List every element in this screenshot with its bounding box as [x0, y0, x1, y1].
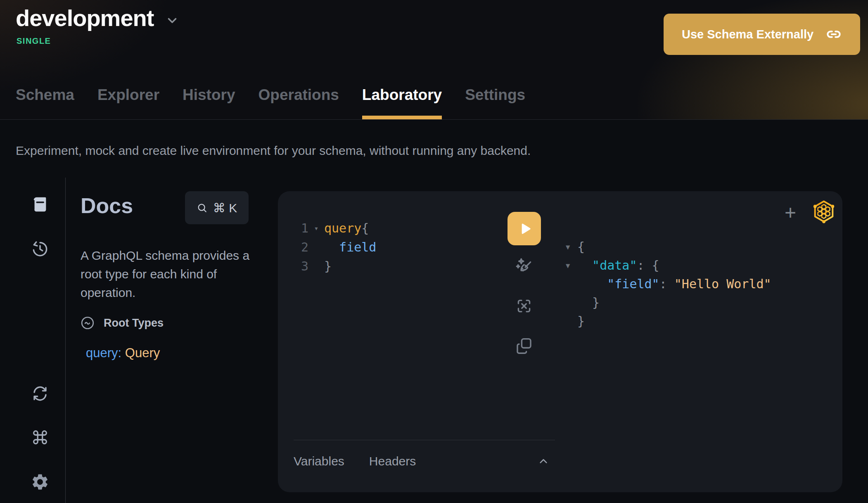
execute-query-button[interactable] [508, 212, 541, 245]
fold-toggle-icon[interactable]: ▼ [566, 261, 577, 270]
copy-icon [514, 336, 534, 356]
docs-icon [31, 195, 50, 214]
tab-variables[interactable]: Variables [294, 454, 344, 468]
page-header: development SINGLE Use Schema Externally… [0, 0, 868, 120]
fold-toggle-icon[interactable]: ▾ [308, 224, 324, 233]
play-icon [517, 221, 534, 237]
tab-bar: Schema Explorer History Operations Labor… [16, 86, 525, 119]
history-panel-button[interactable] [31, 240, 50, 259]
tab-operations[interactable]: Operations [259, 86, 339, 119]
copy-query-button[interactable] [514, 336, 534, 356]
line-number: 1 [299, 221, 308, 235]
chevron-down-icon[interactable] [165, 13, 179, 27]
query-editor[interactable]: 1 ▾ query{ 2 field 3 } [299, 218, 376, 275]
response-field-value: "Hello World" [674, 277, 771, 291]
response-line-3: "field": "Hello World" [566, 275, 771, 293]
root-types-heading: Root Types [104, 317, 164, 330]
merge-fragments-button[interactable] [514, 296, 534, 316]
laboratory-page: development SINGLE Use Schema Externally… [0, 0, 868, 503]
docs-panel-title: Docs [81, 193, 133, 218]
root-type-query-entry[interactable]: query: Query [86, 346, 160, 361]
editor-footer-divider [294, 440, 555, 440]
query-keyword: query [324, 221, 361, 235]
response-field-key: "field" [607, 277, 659, 291]
tab-headers[interactable]: Headers [369, 454, 416, 468]
tab-schema[interactable]: Schema [16, 86, 74, 119]
root-type-separator: : [118, 346, 125, 360]
keyboard-shortcuts-button[interactable] [31, 428, 50, 447]
sidebar-divider [65, 178, 66, 503]
new-tab-button[interactable]: + [780, 202, 801, 223]
line-number: 3 [299, 259, 308, 273]
reconnect-icon [31, 384, 50, 403]
fold-toggle-icon[interactable]: ▼ [566, 243, 577, 251]
graphiql-editor-card: 1 ▾ query{ 2 field 3 } [278, 191, 842, 492]
search-shortcut-label: ⌘ K [213, 201, 237, 215]
prettify-icon [514, 256, 534, 276]
page-subtitle: Experiment, mock and create live environ… [16, 144, 531, 158]
hive-logo-icon[interactable] [811, 199, 837, 224]
query-line-3: 3 } [299, 256, 376, 275]
search-icon [197, 202, 208, 214]
query-field: field [324, 240, 376, 254]
docs-description: A GraphQL schema provides a root type fo… [81, 246, 258, 302]
circle-tilde-icon [80, 315, 95, 331]
docs-search-button[interactable]: ⌘ K [185, 191, 249, 224]
prettify-button[interactable] [514, 256, 534, 276]
root-types-section[interactable]: Root Types [80, 315, 164, 331]
line-number: 2 [299, 240, 308, 254]
target-selector[interactable]: development [16, 7, 179, 30]
use-schema-externally-button[interactable]: Use Schema Externally [664, 14, 860, 55]
collapse-panel-button[interactable] [535, 453, 552, 470]
query-line-2: 2 field [299, 237, 376, 256]
tab-settings[interactable]: Settings [465, 86, 525, 119]
response-line-4: } [566, 293, 771, 312]
response-viewer: ▼ { ▼ "data": { "field": "Hello World" }… [566, 237, 771, 330]
settings-icon [31, 472, 50, 491]
link-icon [825, 26, 842, 43]
docs-panel-button[interactable] [31, 195, 50, 214]
response-line-2: ▼ "data": { [566, 256, 771, 275]
response-data-key: "data" [592, 258, 637, 273]
merge-icon [514, 296, 534, 316]
tab-explorer[interactable]: Explorer [97, 86, 159, 119]
tab-history[interactable]: History [183, 86, 235, 119]
root-type-link[interactable]: Query [125, 346, 160, 360]
reconnect-button[interactable] [31, 384, 50, 403]
page-title: development [16, 7, 154, 30]
keyboard-shortcuts-icon [31, 428, 50, 447]
history-icon [31, 240, 50, 259]
tab-laboratory[interactable]: Laboratory [362, 86, 442, 119]
editor-footer: Variables Headers [294, 453, 555, 470]
settings-button[interactable] [31, 472, 50, 491]
use-schema-externally-label: Use Schema Externally [682, 28, 813, 41]
query-line-1: 1 ▾ query{ [299, 218, 376, 237]
chevron-up-icon [537, 455, 550, 468]
response-line-1: ▼ { [566, 237, 771, 256]
root-type-name: query [86, 346, 118, 360]
response-line-5: } [566, 312, 771, 330]
environment-badge: SINGLE [17, 36, 51, 46]
